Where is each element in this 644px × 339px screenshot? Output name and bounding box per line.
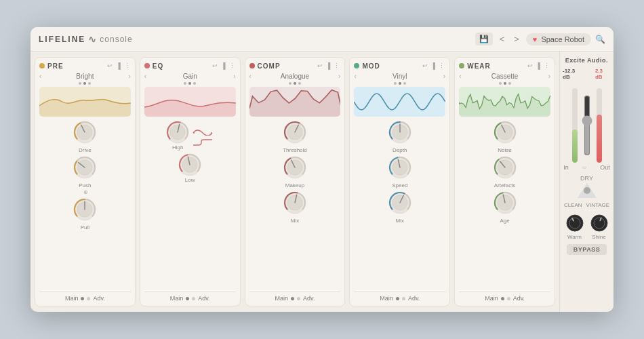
preset-dot-comp-2[interactable] xyxy=(298,82,301,85)
main-tab-mod[interactable]: Main xyxy=(380,295,393,302)
waveform-mod xyxy=(354,87,445,117)
section-mod: MOD ↩ ▐ ⋮ ‹ Vinyl › Depth Speed Mix Main xyxy=(349,57,450,306)
knob-comp-threshold[interactable] xyxy=(283,121,306,146)
knob-wear-artefacts[interactable] xyxy=(494,156,517,182)
preset-dot-wear-2[interactable] xyxy=(508,82,511,85)
main-tab-eq[interactable]: Main xyxy=(170,295,184,302)
section-undo-comp[interactable]: ↩ xyxy=(317,62,323,70)
search-button[interactable]: 🔍 xyxy=(595,35,605,44)
shine-knob[interactable] xyxy=(590,214,609,233)
footer-dot-main-eq[interactable] xyxy=(186,297,189,300)
knob-comp-makeup[interactable] xyxy=(283,156,306,182)
adv-tab-pre[interactable]: Adv. xyxy=(93,295,104,302)
knob-pre-pull[interactable] xyxy=(73,198,96,224)
preset-next-eq[interactable]: › xyxy=(233,73,235,80)
nav-controls: 💾 < > ♥ Space Robot 🔍 xyxy=(475,33,605,45)
section-undo-wear[interactable]: ↩ xyxy=(527,62,534,70)
main-tab-wear[interactable]: Main xyxy=(485,295,498,302)
eq-shelf-icon[interactable] xyxy=(192,138,214,148)
dry-knob[interactable] xyxy=(584,187,590,194)
main-tab-comp[interactable]: Main xyxy=(275,295,289,302)
knob-label-pre-0: Drive xyxy=(79,147,92,153)
preset-next-comp[interactable]: › xyxy=(338,73,340,80)
preset-dot-comp-1[interactable] xyxy=(294,82,296,85)
preset-dot-mod-2[interactable] xyxy=(403,82,406,85)
section-meter-eq[interactable]: ▐ xyxy=(220,62,226,70)
plugin-window: LIFELINE ∿ console 💾 < > ♥ Space Robot 🔍… xyxy=(31,27,613,312)
section-undo-mod[interactable]: ↩ xyxy=(422,62,428,70)
push-link-icon[interactable]: ⊕ xyxy=(83,189,88,195)
preset-prev-eq[interactable]: ‹ xyxy=(144,73,146,80)
knob-wear-age[interactable] xyxy=(494,191,517,217)
save-button[interactable]: 💾 xyxy=(475,33,493,45)
section-info-wear[interactable]: ⋮ xyxy=(543,62,550,70)
main-fader[interactable] xyxy=(582,95,592,156)
knob-pre-drive[interactable] xyxy=(73,121,96,146)
preset-prev-comp[interactable]: ‹ xyxy=(249,73,251,80)
footer-dot-adv-eq[interactable] xyxy=(192,297,195,300)
section-info-pre[interactable]: ⋮ xyxy=(123,62,131,70)
preset-dot-wear-0[interactable] xyxy=(499,82,502,85)
knob-mod-mix[interactable] xyxy=(388,191,411,217)
section-controls-mod: ↩ ▐ ⋮ xyxy=(422,62,445,70)
section-meter-mod[interactable]: ▐ xyxy=(430,62,436,70)
preset-dot-mod-1[interactable] xyxy=(399,82,401,85)
preset-next-mod[interactable]: › xyxy=(443,73,445,80)
knob-wear-noise[interactable] xyxy=(494,121,517,146)
adv-tab-eq[interactable]: Adv. xyxy=(198,295,209,302)
footer-dot-main-comp[interactable] xyxy=(291,297,294,300)
preset-dot-comp-0[interactable] xyxy=(289,82,291,85)
section-info-mod[interactable]: ⋮ xyxy=(438,62,445,70)
knob-comp-mix[interactable] xyxy=(283,191,306,217)
knob-mod-speed[interactable] xyxy=(388,156,411,182)
preset-dot-eq-1[interactable] xyxy=(188,82,191,85)
footer-dot-adv-wear[interactable] xyxy=(507,297,510,300)
knob-label-eq-low: Low xyxy=(185,177,195,183)
knob-pre-push[interactable] xyxy=(73,156,96,182)
section-title-pre: PRE xyxy=(47,62,104,70)
knob-mod-depth[interactable] xyxy=(388,121,411,146)
section-comp: COMP ↩ ▐ ⋮ ‹ Analogue › Threshold Makeup… xyxy=(245,57,346,306)
section-undo-pre[interactable]: ↩ xyxy=(106,62,113,70)
section-meter-comp[interactable]: ▐ xyxy=(325,62,331,70)
adv-tab-comp[interactable]: Adv. xyxy=(303,295,315,302)
knob-row-mod-2: Mix xyxy=(354,191,445,224)
section-controls-comp: ↩ ▐ ⋮ xyxy=(317,62,340,70)
preset-prev-wear[interactable]: ‹ xyxy=(459,73,461,80)
footer-dot-main-pre[interactable] xyxy=(81,297,84,300)
section-meter-pre[interactable]: ▐ xyxy=(115,62,121,70)
eq-bell-icon[interactable] xyxy=(192,126,214,136)
section-info-eq[interactable]: ⋮ xyxy=(228,62,236,70)
preset-dot-wear-1[interactable] xyxy=(504,82,506,85)
preset-dot-mod-0[interactable] xyxy=(394,82,397,85)
preset-prev-mod[interactable]: ‹ xyxy=(354,73,356,80)
preset-dot-eq-0[interactable] xyxy=(184,82,186,85)
preset-dot-pre-0[interactable] xyxy=(79,82,81,85)
preset-next-wear[interactable]: › xyxy=(548,73,550,80)
section-info-comp[interactable]: ⋮ xyxy=(333,62,340,70)
footer-dot-adv-pre[interactable] xyxy=(87,297,90,300)
prev-button[interactable]: < xyxy=(497,33,508,45)
warm-knob[interactable] xyxy=(565,214,584,233)
adv-tab-mod[interactable]: Adv. xyxy=(408,295,420,302)
footer-dot-adv-comp[interactable] xyxy=(297,297,300,300)
footer-dot-main-wear[interactable] xyxy=(501,297,504,300)
section-undo-eq[interactable]: ↩ xyxy=(212,62,218,70)
next-button[interactable]: > xyxy=(511,33,522,45)
waveform-pre xyxy=(39,87,131,117)
main-tab-pre[interactable]: Main xyxy=(65,295,79,302)
preset-next-pre[interactable]: › xyxy=(128,73,130,80)
knob-label-comp-2: Mix xyxy=(291,218,299,224)
preset-nav-comp: ‹ Analogue › xyxy=(249,73,341,80)
preset-dot-pre-1[interactable] xyxy=(83,82,86,85)
section-controls-wear: ↩ ▐ ⋮ xyxy=(527,62,550,70)
bypass-button[interactable]: BYPASS xyxy=(567,244,607,255)
preset-label-eq: Gain xyxy=(183,73,197,80)
preset-dot-eq-2[interactable] xyxy=(193,82,196,85)
preset-dot-pre-2[interactable] xyxy=(88,82,91,85)
adv-tab-wear[interactable]: Adv. xyxy=(513,295,525,302)
footer-dot-main-mod[interactable] xyxy=(396,297,399,300)
footer-dot-adv-mod[interactable] xyxy=(402,297,405,300)
section-meter-wear[interactable]: ▐ xyxy=(536,62,541,70)
preset-prev-pre[interactable]: ‹ xyxy=(39,73,41,80)
